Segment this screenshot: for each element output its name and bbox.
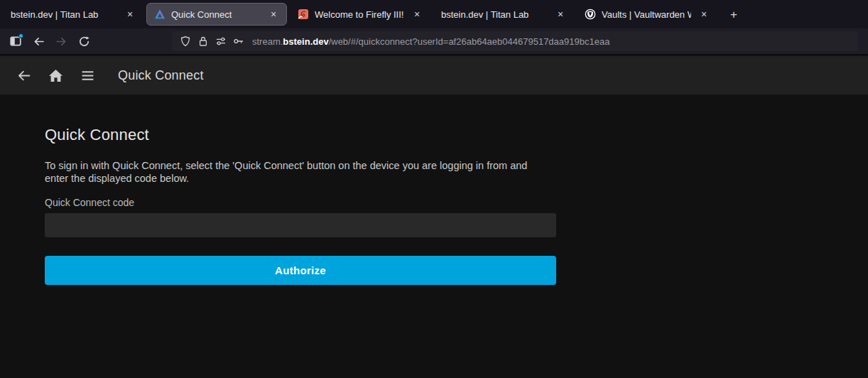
- notification-dot: [18, 33, 23, 38]
- key-icon[interactable]: [233, 36, 244, 47]
- vaultwarden-icon: [585, 9, 596, 20]
- quick-connect-page: Quick Connect To sign in with Quick Conn…: [0, 94, 868, 378]
- close-icon[interactable]: ×: [410, 7, 424, 21]
- tab-title: Vaults | Vaultwarden Web: [602, 9, 691, 20]
- app-header-title: Quick Connect: [118, 68, 204, 83]
- quick-connect-description: To sign in with Quick Connect, select th…: [45, 159, 550, 185]
- code-input-label: Quick Connect code: [45, 197, 556, 208]
- app-back-icon[interactable]: [14, 66, 33, 85]
- page-title: Quick Connect: [45, 126, 556, 144]
- tab-title: Welcome to Firefly III! » Fir: [315, 9, 404, 20]
- tracking-protection-shield-icon[interactable]: [180, 36, 191, 47]
- close-icon[interactable]: ×: [123, 7, 137, 21]
- lock-icon[interactable]: [197, 36, 209, 47]
- url-path: /web/#/quickconnect?userId=af26ab64aeb04…: [329, 36, 610, 47]
- browser-tab-bar: bstein.dev | Titan Lab × Quick Connect ×…: [0, 0, 868, 28]
- forward-button[interactable]: [51, 31, 71, 51]
- tab-title: bstein.dev | Titan Lab: [11, 9, 117, 20]
- jellyfin-icon: [154, 9, 166, 20]
- browser-toolbar: stream.bstein.dev/web/#/quickconnect?use…: [0, 28, 868, 55]
- menu-icon[interactable]: [78, 66, 97, 85]
- url-bar[interactable]: stream.bstein.dev/web/#/quickconnect?use…: [172, 31, 858, 51]
- tab-title: bstein.dev | Titan Lab: [441, 9, 548, 20]
- permissions-icon[interactable]: [215, 36, 227, 47]
- close-icon[interactable]: ×: [266, 7, 281, 21]
- tab-quick-connect[interactable]: Quick Connect ×: [146, 3, 287, 26]
- quick-connect-form: Quick Connect To sign in with Quick Conn…: [0, 94, 556, 285]
- url-domain: bstein.dev: [283, 36, 328, 47]
- authorize-button[interactable]: Authorize: [45, 256, 556, 285]
- tab-firefly[interactable]: Welcome to Firefly III! » Fir ×: [290, 3, 430, 26]
- close-icon[interactable]: ×: [553, 7, 568, 21]
- firefox-view-icon[interactable]: [6, 31, 26, 51]
- tab-title: Quick Connect: [171, 9, 261, 20]
- new-tab-button[interactable]: +: [725, 5, 743, 23]
- close-icon[interactable]: ×: [697, 7, 711, 21]
- home-icon[interactable]: [46, 66, 65, 85]
- tab-titan-lab-1[interactable]: bstein.dev | Titan Lab ×: [3, 3, 143, 26]
- reload-button[interactable]: [74, 31, 94, 51]
- jellyfin-app-header: Quick Connect: [0, 56, 868, 94]
- url-subdomain: stream.: [252, 36, 283, 47]
- tab-vaultwarden[interactable]: Vaults | Vaultwarden Web ×: [577, 3, 717, 26]
- url-text: stream.bstein.dev/web/#/quickconnect?use…: [252, 36, 609, 47]
- tab-titan-lab-2[interactable]: bstein.dev | Titan Lab ×: [433, 3, 574, 26]
- firefly-icon: [298, 9, 309, 20]
- back-button[interactable]: [28, 31, 48, 51]
- quick-connect-code-input[interactable]: [45, 213, 556, 237]
